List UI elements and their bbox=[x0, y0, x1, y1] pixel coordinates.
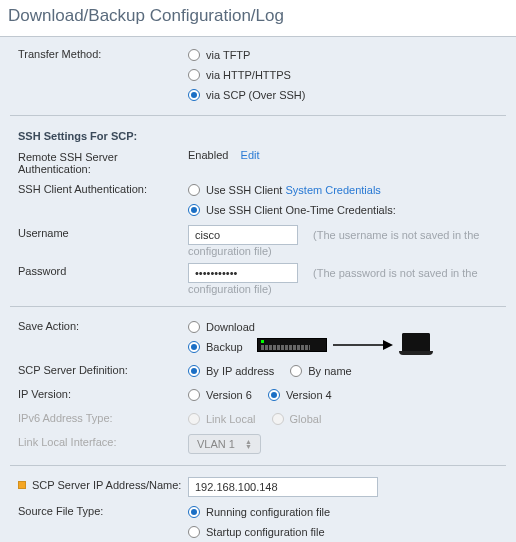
radio-icon bbox=[188, 389, 200, 401]
svg-marker-1 bbox=[383, 340, 393, 350]
laptop-icon bbox=[399, 333, 433, 357]
ip-v4-option[interactable]: Version 4 bbox=[268, 386, 332, 404]
radio-icon bbox=[188, 506, 200, 518]
scp-def-label: SCP Server Definition: bbox=[18, 362, 188, 376]
save-backup-option[interactable]: Backup bbox=[188, 338, 506, 356]
radio-icon bbox=[290, 365, 302, 377]
required-marker-icon bbox=[18, 481, 26, 489]
password-label: Password bbox=[18, 263, 188, 277]
ssh-section-title: SSH Settings For SCP: bbox=[10, 124, 506, 146]
radio-icon bbox=[188, 341, 200, 353]
source-file-type-label: Source File Type: bbox=[18, 503, 188, 517]
transfer-http-option[interactable]: via HTTP/HTTPS bbox=[188, 66, 506, 84]
config-form: Transfer Method: via TFTP via HTTP/HTTPS… bbox=[0, 36, 516, 542]
client-auth-label: SSH Client Authentication: bbox=[18, 181, 188, 195]
remote-auth-label: Remote SSH Server Authentication: bbox=[18, 149, 188, 175]
switch-icon bbox=[257, 338, 327, 352]
ipv6-linklocal-option: Link Local bbox=[188, 410, 256, 428]
transfer-method-label: Transfer Method: bbox=[18, 46, 188, 60]
radio-icon bbox=[188, 413, 200, 425]
stepper-icon: ▲▼ bbox=[245, 439, 252, 449]
server-ip-input[interactable] bbox=[188, 477, 378, 497]
server-ip-label: SCP Server IP Address/Name: bbox=[18, 477, 188, 491]
radio-icon bbox=[188, 49, 200, 61]
radio-icon bbox=[188, 365, 200, 377]
transfer-scp-option[interactable]: via SCP (Over SSH) bbox=[188, 86, 506, 104]
scp-def-name-option[interactable]: By name bbox=[290, 362, 351, 380]
ipv6-type-label: IPv6 Address Type: bbox=[18, 410, 188, 424]
transfer-tftp-option[interactable]: via TFTP bbox=[188, 46, 506, 64]
radio-icon bbox=[272, 413, 284, 425]
backup-illustration bbox=[257, 333, 433, 357]
radio-icon bbox=[188, 184, 200, 196]
password-input[interactable] bbox=[188, 263, 298, 283]
save-action-label: Save Action: bbox=[18, 318, 188, 332]
ip-version-label: IP Version: bbox=[18, 386, 188, 400]
src-startup-option[interactable]: Startup configuration file bbox=[188, 523, 506, 541]
client-auth-onetime-option[interactable]: Use SSH Client One-Time Credentials: bbox=[188, 201, 506, 219]
system-credentials-link[interactable]: System Credentials bbox=[285, 184, 380, 196]
username-label: Username bbox=[18, 225, 188, 239]
remote-auth-edit-link[interactable]: Edit bbox=[241, 149, 260, 161]
remote-auth-status: Enabled bbox=[188, 149, 228, 161]
scp-def-ip-option[interactable]: By IP address bbox=[188, 362, 274, 380]
page-title: Download/Backup Configuration/Log bbox=[8, 6, 516, 26]
src-running-option[interactable]: Running configuration file bbox=[188, 503, 506, 521]
client-auth-system-option[interactable]: Use SSH Client System Credentials bbox=[188, 181, 506, 199]
radio-icon bbox=[188, 89, 200, 101]
ll-interface-label: Link Local Interface: bbox=[18, 434, 188, 448]
ipv6-global-option: Global bbox=[272, 410, 322, 428]
radio-icon bbox=[188, 204, 200, 216]
ip-v6-option[interactable]: Version 6 bbox=[188, 386, 252, 404]
radio-icon bbox=[188, 69, 200, 81]
ll-interface-select: VLAN 1 ▲▼ bbox=[188, 434, 261, 454]
radio-icon bbox=[188, 526, 200, 538]
username-input[interactable] bbox=[188, 225, 298, 245]
arrow-right-icon bbox=[333, 338, 393, 352]
radio-icon bbox=[268, 389, 280, 401]
radio-icon bbox=[188, 321, 200, 333]
